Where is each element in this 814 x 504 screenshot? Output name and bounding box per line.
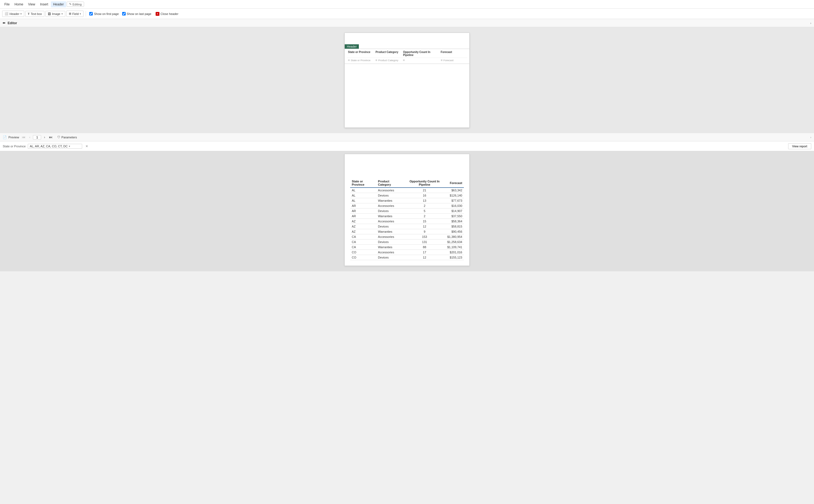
cell-forecast: $155,123 [446, 255, 464, 260]
cell-forecast: $1,258,634 [446, 239, 464, 245]
field-dropdown-arrow: ▾ [80, 13, 81, 15]
table-row: CA Accessories 153 $1,380,954 [350, 234, 464, 239]
close-header-button[interactable]: ✕ Close header [153, 11, 180, 17]
menu-insert[interactable]: Insert [38, 1, 50, 7]
menu-header[interactable]: Header [51, 1, 66, 7]
cell-count: 88 [403, 245, 446, 250]
cell-count: 2 [403, 203, 446, 209]
cell-icon-category: ⊞ [375, 59, 377, 61]
cell-forecast: $63,342 [446, 188, 464, 193]
cell-state: AR [350, 214, 376, 219]
cell-category: Accessories [376, 219, 403, 224]
menu-home[interactable]: Home [12, 1, 25, 7]
preview-expand-icon[interactable]: › [810, 136, 811, 139]
editor-expand-icon[interactable]: › [810, 21, 811, 25]
view-report-button[interactable]: View report [788, 143, 811, 149]
cell-icon-forecast: ⊞ [441, 59, 443, 61]
page-number-input[interactable] [33, 135, 41, 139]
cell-state: CA [350, 245, 376, 250]
close-x-icon: ✕ [155, 12, 159, 16]
cell-count: 153 [403, 234, 446, 239]
cell-forecast: $1,109,741 [446, 245, 464, 250]
show-first-checkbox-input[interactable] [89, 12, 93, 15]
header-band: Header State or Province Product Categor… [345, 44, 469, 64]
toolbar: ⬜ Header ▾ 𝐓 Text box 🖼 Image ▾ ⊞ Field … [0, 9, 814, 19]
param-clear-btn[interactable]: ✕ [85, 144, 88, 148]
th-state: State or Province [350, 179, 376, 188]
table-body: AL Accessories 21 $63,342 AL Devices 16 … [350, 188, 464, 260]
cell-state: AR [350, 209, 376, 214]
cell-state: AR [350, 203, 376, 209]
cell-forecast: $14,907 [446, 209, 464, 214]
editor-table-header-row: State or Province Product Category Oppor… [347, 50, 467, 58]
page-canvas: Header State or Province Product Categor… [344, 33, 470, 128]
table-row: AZ Devices 12 $58,815 [350, 224, 464, 229]
editor-data-state: ⊞ State or Province [347, 58, 374, 62]
cell-count: 21 [403, 188, 446, 193]
cell-forecast: $126,140 [446, 193, 464, 198]
textbox-icon: 𝐓 [28, 12, 30, 15]
field-icon: ⊞ [69, 12, 71, 15]
cell-category: Devices [376, 224, 403, 229]
cell-forecast: $58,364 [446, 219, 464, 224]
param-value-box[interactable]: AL, AR, AZ, CA, CO, CT, DC ▾ [28, 144, 82, 149]
cell-count: 12 [403, 224, 446, 229]
th-category: Product Category [376, 179, 403, 188]
cell-state: AZ [350, 229, 376, 234]
editor-data-state-text: State or Province [351, 59, 371, 62]
data-table: State or Province Product Category Oppor… [350, 179, 464, 260]
cell-state: AL [350, 198, 376, 203]
cell-count: 13 [403, 198, 446, 203]
header-band-label: Header [345, 44, 359, 49]
editor-section-label: Editor [8, 21, 17, 25]
cell-count: 9 [403, 229, 446, 234]
cell-category: Devices [376, 255, 403, 260]
table-row: AL Accessories 21 $63,342 [350, 188, 464, 193]
parameters-button[interactable]: ⛉ Parameters [57, 136, 77, 139]
nav-first-btn[interactable]: ⏮ [21, 135, 26, 140]
cell-category: Warranties [376, 229, 403, 234]
param-state-label: State or Province [3, 145, 26, 148]
editor-data-category: ⊞ Product Category [374, 58, 402, 62]
show-last-checkbox-input[interactable] [122, 12, 126, 15]
nav-prev-btn[interactable]: ‹ [28, 135, 31, 140]
cell-count: 12 [403, 255, 446, 260]
close-header-label: Close header [160, 12, 178, 15]
preview-section-label: Preview [8, 136, 19, 139]
editor-col-count: Opportunity Count In Pipeline [402, 50, 439, 57]
textbox-button[interactable]: 𝐓 Text box [25, 11, 44, 17]
menu-view[interactable]: View [26, 1, 37, 7]
nav-next-btn[interactable]: › [43, 135, 46, 140]
cell-count: 5 [403, 209, 446, 214]
editor-col-state: State or Province [347, 50, 374, 57]
nav-last-btn[interactable]: ⏭ [48, 135, 54, 140]
menu-bar: File Home View Insert Header ✎ Editing [0, 0, 814, 9]
show-first-page-checkbox[interactable]: Show on first page [88, 12, 120, 15]
field-button[interactable]: ⊞ Field ▾ [66, 11, 84, 17]
editing-badge[interactable]: ✎ Editing [67, 2, 84, 7]
header-dropdown-arrow: ▾ [20, 13, 22, 15]
image-button[interactable]: 🖼 Image ▾ [45, 11, 65, 17]
preview-page: State or Province Product Category Oppor… [344, 154, 470, 266]
cell-category: Warranties [376, 214, 403, 219]
cell-forecast: $1,380,954 [446, 234, 464, 239]
editor-col-forecast: Forecast [440, 50, 467, 57]
cell-category: Accessories [376, 188, 403, 193]
show-last-page-checkbox[interactable]: Show on last page [121, 12, 153, 15]
th-count: Opportunity Count In Pipeline [403, 179, 446, 188]
cell-state: CO [350, 255, 376, 260]
menu-file[interactable]: File [2, 1, 12, 7]
header-button[interactable]: ⬜ Header ▾ [2, 11, 24, 17]
editor-area: Header State or Province Product Categor… [0, 27, 814, 133]
cell-category: Accessories [376, 250, 403, 255]
cell-forecast: $90,456 [446, 229, 464, 234]
cell-state: CA [350, 239, 376, 245]
table-row: CO Devices 12 $155,123 [350, 255, 464, 260]
editor-icon: ✏ [3, 21, 5, 25]
param-value-text: AL, AR, AZ, CA, CO, CT, DC [30, 145, 67, 148]
editor-table-data-row: ⊞ State or Province ⊞ Product Category ⊞… [347, 58, 467, 63]
cell-state: CO [350, 250, 376, 255]
parameters-label: Parameters [61, 136, 77, 139]
table-row: CA Warranties 88 $1,109,741 [350, 245, 464, 250]
params-bar: State or Province AL, AR, AZ, CA, CO, CT… [0, 141, 814, 151]
